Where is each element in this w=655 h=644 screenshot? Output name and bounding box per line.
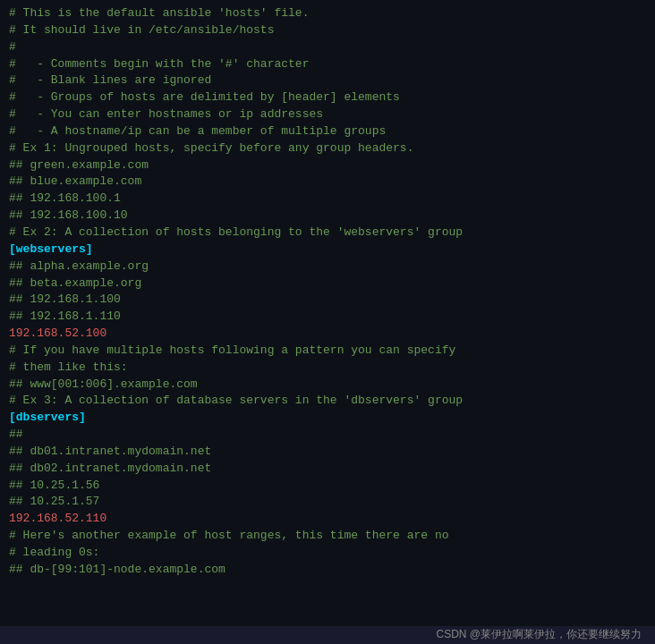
- code-block: # This is the default ansible 'hosts' fi…: [9, 5, 646, 579]
- code-line: ## green.example.com: [9, 157, 646, 174]
- footer-text: CSDN @莱伊拉啊莱伊拉，你还要继续努力: [436, 627, 642, 642]
- code-line: ## 10.25.1.57: [9, 494, 646, 511]
- code-line: # - A hostname/ip can be a member of mul…: [9, 123, 646, 140]
- code-line: 192.168.52.100: [9, 326, 646, 343]
- code-line: ## 192.168.1.110: [9, 309, 646, 326]
- terminal: # This is the default ansible 'hosts' fi…: [0, 0, 655, 626]
- code-line: ## 192.168.1.100: [9, 292, 646, 309]
- code-line: # Ex 2: A collection of hosts belonging …: [9, 225, 646, 242]
- code-line: # them like this:: [9, 360, 646, 377]
- code-line: ## www[001:006].example.com: [9, 377, 646, 394]
- code-line: ## beta.example.org: [9, 275, 646, 292]
- code-line: # - You can enter hostnames or ip addres…: [9, 106, 646, 123]
- code-line: # This is the default ansible 'hosts' fi…: [9, 5, 646, 22]
- code-line: #: [9, 39, 646, 56]
- code-line: ## alpha.example.org: [9, 258, 646, 275]
- code-line: [dbservers]: [9, 410, 646, 427]
- code-line: ##: [9, 427, 646, 444]
- code-line: # It should live in /etc/ansible/hosts: [9, 22, 646, 39]
- code-line: ## db02.intranet.mydomain.net: [9, 461, 646, 478]
- code-line: ## db-[99:101]-node.example.com: [9, 562, 646, 579]
- code-line: # If you have multiple hosts following a…: [9, 343, 646, 360]
- code-line: # Here's another example of host ranges,…: [9, 528, 646, 545]
- code-line: # leading 0s:: [9, 545, 646, 562]
- footer: CSDN @莱伊拉啊莱伊拉，你还要继续努力: [0, 626, 655, 644]
- code-line: ## db01.intranet.mydomain.net: [9, 444, 646, 461]
- code-line: # - Comments begin with the '#' characte…: [9, 56, 646, 73]
- code-line: # Ex 1: Ungrouped hosts, specify before …: [9, 140, 646, 157]
- code-line: ## 192.168.100.10: [9, 208, 646, 225]
- code-line: # Ex 3: A collection of database servers…: [9, 393, 646, 410]
- code-line: ## blue.example.com: [9, 174, 646, 191]
- code-line: ## 10.25.1.56: [9, 478, 646, 495]
- code-line: # - Blank lines are ignored: [9, 72, 646, 89]
- code-line: 192.168.52.110: [9, 511, 646, 528]
- code-line: ## 192.168.100.1: [9, 191, 646, 208]
- code-line: [webservers]: [9, 242, 646, 258]
- code-line: # - Groups of hosts are delimited by [he…: [9, 89, 646, 106]
